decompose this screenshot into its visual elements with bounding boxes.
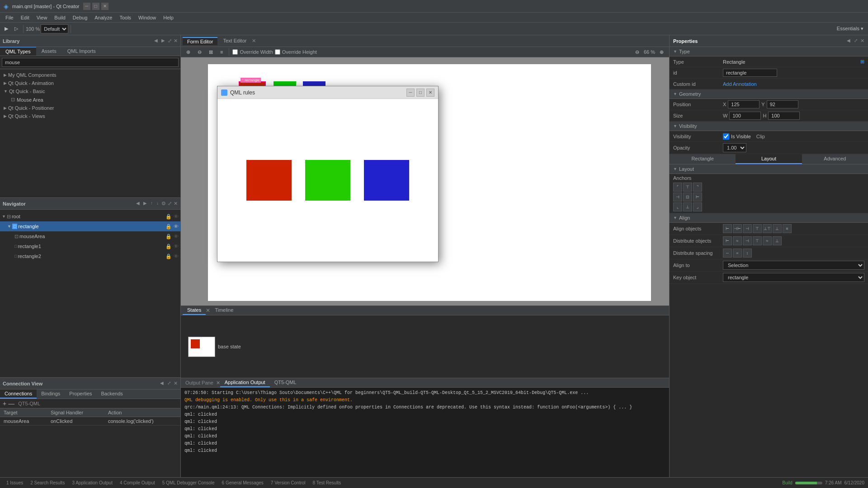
- editor-zoom-in[interactable]: ⊕: [184, 48, 193, 56]
- cv-expand[interactable]: ⤢: [166, 380, 172, 386]
- anchor-br[interactable]: ⌟: [693, 202, 702, 211]
- tab-qml-types[interactable]: QML Types: [0, 47, 36, 56]
- mouse-lock-icon[interactable]: 🔒: [165, 234, 172, 239]
- anchor-bc[interactable]: ⊥: [683, 202, 692, 211]
- anchor-ml[interactable]: ⊣: [673, 192, 682, 202]
- anchor-mr[interactable]: ⊢: [693, 192, 702, 202]
- h-input[interactable]: [768, 112, 800, 120]
- override-width-checkbox[interactable]: [232, 49, 238, 55]
- opacity-select[interactable]: 1.00: [723, 143, 746, 152]
- anchor-tl[interactable]: ⌜: [673, 183, 682, 192]
- group-views[interactable]: ▶ Qt Quick - Views: [0, 112, 180, 120]
- dist-right-btn[interactable]: ⊣: [743, 236, 752, 245]
- align-left-btn[interactable]: ⊢: [723, 224, 732, 233]
- menu-build[interactable]: Build: [51, 14, 69, 21]
- lock-icon[interactable]: 🔒: [165, 214, 172, 220]
- nav-back[interactable]: ◀: [135, 201, 141, 206]
- menu-view[interactable]: View: [33, 14, 51, 21]
- mouse-eye-icon[interactable]: 👁: [174, 234, 179, 239]
- dialog-restore[interactable]: □: [416, 89, 425, 97]
- key-object-select[interactable]: rectangle: [723, 273, 864, 282]
- rect-lock-icon[interactable]: 🔒: [165, 224, 172, 230]
- align-bottom-btn[interactable]: ⊥: [773, 224, 782, 233]
- stab-issues[interactable]: 1 Issues: [4, 480, 26, 485]
- align-top-btn[interactable]: ⊤: [753, 224, 762, 233]
- nav-item-rectangle1[interactable]: □ rectangle1 🔒 👁: [0, 241, 180, 251]
- dialog-close[interactable]: ✕: [426, 89, 434, 97]
- dialog-minimize[interactable]: ─: [406, 89, 415, 97]
- menu-edit[interactable]: Edit: [17, 14, 33, 21]
- add-annotation-button[interactable]: Add Annotation: [723, 81, 757, 87]
- r1-lock-icon[interactable]: 🔒: [165, 244, 172, 249]
- cv-tab-connections[interactable]: Connections: [0, 389, 37, 399]
- align-header[interactable]: ▼ Align: [670, 213, 868, 223]
- library-close-btn[interactable]: ✕: [174, 38, 178, 44]
- tab-states[interactable]: States: [183, 306, 206, 315]
- dist-top-btn[interactable]: ⊤: [753, 236, 762, 245]
- tab-rectangle[interactable]: Rectangle: [670, 154, 736, 164]
- stab-app-output[interactable]: 3 Application Output: [69, 480, 115, 485]
- layout-section-header[interactable]: ▼ Layout: [670, 164, 868, 174]
- r2-eye-icon[interactable]: 👁: [174, 253, 179, 259]
- group-animation[interactable]: ▶ Qt Quick - Animation: [0, 79, 180, 87]
- group-basic[interactable]: ▼ Qt Quick - Basic: [0, 87, 180, 95]
- cv-nav-back[interactable]: ◀: [159, 380, 165, 386]
- group-positioner[interactable]: ▶ Qt Quick - Positioner: [0, 104, 180, 112]
- nav-item-rectangle2[interactable]: □ rectangle2 🔒 👁: [0, 251, 180, 261]
- align-to-select[interactable]: Selection: [723, 261, 864, 270]
- close-button[interactable]: ✕: [101, 3, 108, 10]
- nav-up[interactable]: ↑: [150, 201, 154, 206]
- visibility-section-header[interactable]: ▼ Visibility: [670, 122, 868, 131]
- dist-left-btn[interactable]: ⊢: [723, 236, 732, 245]
- zoom-out-btn[interactable]: ⊖: [632, 48, 642, 56]
- stab-version[interactable]: 7 Version Control: [268, 480, 308, 485]
- nav-item-rectangle[interactable]: ▼ □ rectangle 🔒 👁: [0, 221, 180, 231]
- group-my-qml[interactable]: ▶ My QML Components: [0, 71, 180, 79]
- type-browse-btn[interactable]: ⊞: [860, 59, 864, 65]
- cv-tab-backends[interactable]: Backends: [97, 389, 127, 399]
- prop-nav[interactable]: ◀: [846, 38, 851, 44]
- visibility-checkbox[interactable]: [723, 133, 729, 140]
- dist-bottom-btn[interactable]: ⊥: [773, 236, 782, 245]
- tab-form-editor[interactable]: Form Editor: [183, 37, 217, 45]
- library-search-input[interactable]: [2, 58, 179, 67]
- tab-qt5-qml[interactable]: QT5-QML: [270, 378, 301, 387]
- cv-add-button[interactable]: +: [3, 400, 6, 407]
- library-item-mouse-area[interactable]: ⊡ Mouse Area: [0, 95, 180, 104]
- editor-zoom-out[interactable]: ⊖: [195, 48, 204, 56]
- anchor-bl[interactable]: ⌞: [673, 202, 682, 211]
- dist-hcenter-btn[interactable]: ≈: [733, 236, 742, 245]
- debug-run-button[interactable]: ▷: [12, 25, 21, 33]
- cv-close[interactable]: ✕: [174, 380, 178, 386]
- essentials-button[interactable]: Essentials ▾: [834, 25, 866, 33]
- editor-toggle[interactable]: ≡: [217, 48, 226, 56]
- stab-general[interactable]: 6 General Messages: [219, 480, 266, 485]
- tab-timeline[interactable]: Timeline: [210, 306, 238, 315]
- library-expand-btn[interactable]: ⤢: [168, 38, 172, 44]
- nav-fwd[interactable]: ▶: [142, 201, 148, 206]
- cv-tab-properties[interactable]: Properties: [65, 389, 96, 399]
- zoom-preset-select[interactable]: Default: [41, 24, 68, 33]
- restore-button[interactable]: □: [92, 3, 99, 10]
- nav-item-root[interactable]: ▼ ⊟ root 🔒 👁: [0, 211, 180, 221]
- tab-text-editor[interactable]: Text Editor: [218, 37, 251, 45]
- nav-item-mouse-area[interactable]: ⊡ mouseArea 🔒 👁: [0, 231, 180, 241]
- stab-search[interactable]: 2 Search Results: [28, 480, 67, 485]
- r2-lock-icon[interactable]: 🔒: [165, 253, 172, 259]
- cv-remove-button[interactable]: —: [8, 400, 14, 407]
- tab-advanced[interactable]: Advanced: [802, 154, 868, 164]
- prop-close[interactable]: ✕: [860, 38, 864, 44]
- tab-app-output[interactable]: Application Output: [220, 378, 270, 387]
- r1-eye-icon[interactable]: 👁: [174, 244, 179, 249]
- prop-expand[interactable]: ⤢: [853, 38, 859, 44]
- align-hcenter-btn[interactable]: ⊣⊢: [733, 224, 742, 233]
- editor-fit[interactable]: ⊠: [206, 48, 216, 56]
- zoom-in-btn[interactable]: ⊕: [657, 48, 666, 56]
- id-input[interactable]: [723, 69, 777, 77]
- rect-eye-icon[interactable]: 👁: [174, 224, 179, 230]
- menu-window[interactable]: Window: [135, 14, 160, 21]
- base-state-item[interactable]: base state: [184, 335, 245, 359]
- stab-compile[interactable]: 4 Compile Output: [117, 480, 158, 485]
- spacing-v-btn[interactable]: ↕: [743, 249, 752, 258]
- anchor-tr[interactable]: ⌝: [693, 183, 702, 192]
